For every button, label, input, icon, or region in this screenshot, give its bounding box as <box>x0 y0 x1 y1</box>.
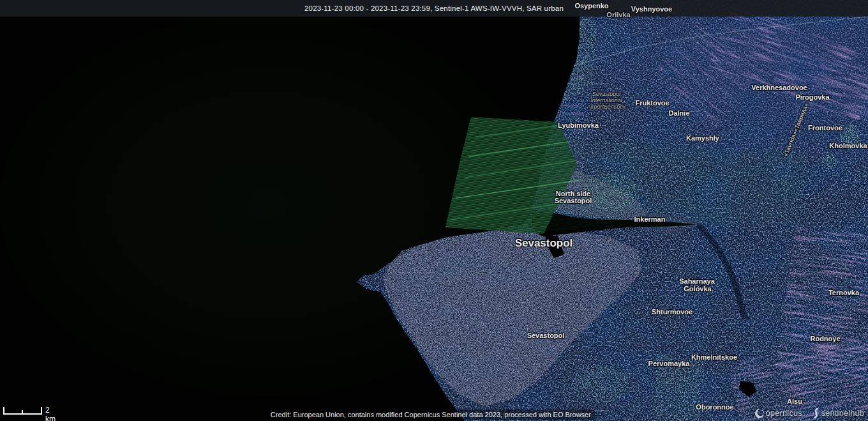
copernicus-logo: opernicus <box>754 408 802 418</box>
scalebar-label: 2 km <box>45 406 56 421</box>
sentinelhub-icon <box>811 408 820 418</box>
sentinelhub-logo: sentinelhub <box>811 408 864 418</box>
sentinelhub-logo-text: sentinelhub <box>821 409 864 418</box>
acquisition-info-bar: 2023-11-23 00:00 - 2023-11-23 23:59, Sen… <box>0 0 868 17</box>
branding-logos: opernicus sentinelhub <box>754 408 864 418</box>
credit-text: Credit: European Union, contains modifie… <box>267 410 595 420</box>
copernicus-logo-text: opernicus <box>766 409 802 418</box>
scalebar-mid-tick <box>22 410 23 413</box>
acquisition-info-text: 2023-11-23 00:00 - 2023-11-23 23:59, Sen… <box>304 0 564 17</box>
scalebar-bracket <box>3 407 42 415</box>
eo-browser-sar-screenshot: OsypenkoVyshnyovoeOrlivkaVerkhnesadovoeP… <box>0 0 868 421</box>
copernicus-crescent-icon <box>754 408 765 418</box>
sar-map-canvas[interactable] <box>0 0 868 421</box>
